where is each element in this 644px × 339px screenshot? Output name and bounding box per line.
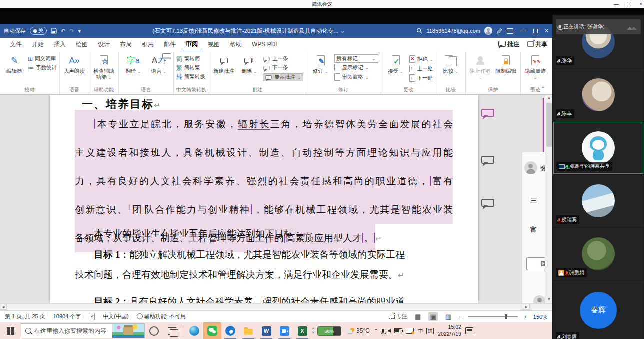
comment-balloon-icon[interactable] bbox=[481, 156, 494, 164]
tab-references[interactable]: 引用 bbox=[137, 38, 159, 51]
word-close-icon[interactable]: × bbox=[545, 27, 548, 34]
editor-button[interactable]: ✎编辑器 bbox=[2, 53, 26, 74]
web-layout-icon[interactable]: ▥ bbox=[444, 312, 453, 321]
word-restore-icon[interactable] bbox=[533, 29, 538, 33]
tab-layout[interactable]: 布局 bbox=[115, 38, 137, 51]
tab-insert[interactable]: 插入 bbox=[49, 38, 71, 51]
cortana-button[interactable] bbox=[145, 322, 163, 339]
accessibility-status[interactable]: 辅助功能: 不可用 bbox=[137, 313, 186, 320]
read-mode-icon[interactable]: ▤ bbox=[413, 312, 422, 321]
speaker-icon[interactable] bbox=[388, 329, 391, 333]
participant-tile[interactable]: 张鹏娟 bbox=[553, 228, 643, 280]
compare-button[interactable]: 比较 bbox=[439, 53, 463, 74]
battery-widget[interactable]: 68% bbox=[317, 326, 341, 336]
tab-review[interactable]: 审阅 bbox=[181, 37, 203, 52]
print-layout-icon[interactable]: ▣ bbox=[428, 312, 437, 321]
word-app-button[interactable]: W bbox=[257, 322, 275, 339]
keyboard-icon[interactable] bbox=[162, 53, 171, 59]
battery-tray-icon[interactable] bbox=[394, 328, 402, 333]
markup-select[interactable]: 所有标记 bbox=[334, 54, 378, 63]
zoom-slider[interactable] bbox=[468, 316, 518, 317]
scroll-down-icon[interactable]: ˅ bbox=[312, 331, 314, 335]
scroll-left-icon[interactable]: ◄ bbox=[0, 304, 7, 310]
previous-change-button[interactable]: ↑上一处 bbox=[409, 65, 434, 72]
tray-expand-icon[interactable]: ⌃ bbox=[374, 328, 378, 334]
scroll-up-icon[interactable]: ▲ bbox=[545, 95, 552, 102]
undo-icon[interactable]: ↶ bbox=[61, 28, 65, 34]
participant-tile-sharing[interactable]: 张谢华的屏幕共享 bbox=[553, 122, 643, 174]
document-page[interactable]: 一、培养目标↵ 本专业立足皖北，服务安徽，辐射长三角，培养德智体美劳全面发展的社… bbox=[50, 95, 478, 303]
page-indicator[interactable]: 第 1 页, 共 25 页 bbox=[5, 313, 45, 320]
new-comment-button[interactable]: 新建批注 bbox=[212, 53, 236, 74]
restore-icon[interactable] bbox=[627, 2, 631, 6]
taskbar-search[interactable]: 在这里输入你要搜索的内容 bbox=[21, 323, 145, 338]
zoom-level[interactable]: 150% bbox=[533, 314, 547, 320]
notification-center-icon[interactable] bbox=[465, 327, 473, 334]
search-icon[interactable] bbox=[416, 28, 422, 34]
tab-home[interactable]: 开始 bbox=[27, 38, 49, 51]
reviewing-pane-button[interactable]: 审阅窗格 bbox=[334, 73, 378, 81]
ribbon-options-icon[interactable] bbox=[507, 28, 513, 34]
participant-tile[interactable]: 春辉 刘春辉 bbox=[553, 281, 643, 339]
task-view-button[interactable] bbox=[163, 322, 181, 339]
track-changes-button[interactable]: ✎修订 bbox=[309, 53, 333, 74]
accept-button[interactable]: ✓接受 bbox=[384, 53, 408, 74]
weather-widget[interactable]: 35°C bbox=[346, 327, 370, 334]
previous-comment-button[interactable]: 上一条 bbox=[263, 55, 303, 62]
word-minimize-icon[interactable]: — bbox=[520, 27, 526, 34]
pinyin-indicator[interactable]: 拼 bbox=[426, 328, 434, 334]
spellcheck-icon[interactable]: ✓ bbox=[89, 313, 95, 320]
hide-ink-button[interactable]: ∿∿隐藏墨迹 bbox=[523, 53, 547, 80]
scroll-down-icon[interactable]: ▼ bbox=[545, 296, 552, 303]
next-change-button[interactable]: ↓下一处 bbox=[409, 74, 434, 82]
wechat-button[interactable] bbox=[203, 322, 221, 339]
tab-help[interactable]: 帮助 bbox=[225, 38, 247, 51]
excel-app-button[interactable]: X bbox=[293, 322, 311, 339]
browser-button[interactable] bbox=[221, 322, 239, 339]
tab-draw[interactable]: 绘图 bbox=[71, 38, 93, 51]
delete-comment-button[interactable]: ✕删除 bbox=[237, 53, 261, 74]
scroll-right-icon[interactable]: ► bbox=[523, 304, 530, 310]
next-comment-button[interactable]: 下一条 bbox=[263, 64, 303, 71]
word-count-button[interactable]: ≔字数统计 bbox=[28, 64, 57, 71]
taskbar-scroll-arrows[interactable]: ˄˅ bbox=[312, 327, 314, 334]
participant-tile[interactable]: 侯瑞宾 bbox=[553, 175, 643, 227]
comments-button[interactable]: 批注 bbox=[498, 40, 519, 49]
document-title[interactable]: (石文可7.13反馈)张新民修改与批注-2021版-机械设计制造及其自动化专..… bbox=[85, 27, 412, 35]
pen-icon[interactable] bbox=[496, 28, 503, 34]
read-aloud-button[interactable]: A»大声朗读 bbox=[62, 53, 86, 74]
translate-button[interactable]: 字a翻译 bbox=[121, 53, 145, 74]
share-button[interactable]: 共享 bbox=[527, 40, 547, 49]
show-comments-button[interactable]: 显示批注 bbox=[263, 73, 303, 81]
scroll-up-icon[interactable]: ˄ bbox=[312, 327, 314, 331]
reject-button[interactable]: ✕拒绝 bbox=[409, 55, 434, 63]
search-decoration-image[interactable] bbox=[112, 324, 144, 338]
comment-balloon-icon[interactable] bbox=[481, 109, 494, 117]
check-accessibility-button[interactable]: ☆检查辅助功能 bbox=[92, 53, 116, 80]
language-indicator[interactable]: 中文(中国) bbox=[103, 313, 128, 320]
zoom-in-icon[interactable]: + bbox=[524, 314, 527, 320]
tab-file[interactable]: 文件 bbox=[5, 38, 27, 51]
save-icon[interactable] bbox=[51, 28, 57, 34]
tab-view[interactable]: 视图 bbox=[203, 38, 225, 51]
close-icon[interactable]: × bbox=[639, 1, 642, 7]
thesaurus-button[interactable]: ⊞同义词库 bbox=[28, 55, 57, 62]
taskbar-clock[interactable]: 15:022022/7/19 bbox=[438, 324, 461, 337]
microphone-tray-icon[interactable] bbox=[382, 329, 384, 333]
autosave-toggle[interactable]: 关 bbox=[30, 27, 47, 35]
convert-button[interactable]: 转简繁转换 bbox=[176, 73, 205, 80]
show-markup-button[interactable]: 显示标记 bbox=[334, 64, 378, 71]
collapse-ribbon-icon[interactable]: ⌃ bbox=[541, 86, 545, 91]
trad-to-simp-button[interactable]: 简繁转简 bbox=[176, 55, 205, 62]
tencent-meeting-button[interactable] bbox=[275, 322, 293, 339]
simp-to-trad-button[interactable]: 繁简转繁 bbox=[176, 64, 205, 71]
start-button[interactable] bbox=[0, 322, 21, 339]
tab-wps-pdf[interactable]: WPS PDF bbox=[247, 38, 284, 51]
ime-mode-indicator[interactable]: 中 bbox=[417, 327, 423, 335]
file-explorer-button[interactable] bbox=[239, 322, 257, 339]
minimize-icon[interactable]: — bbox=[614, 1, 619, 7]
word-count-indicator[interactable]: 10904 个字 bbox=[53, 313, 81, 320]
account-avatar[interactable] bbox=[484, 27, 492, 35]
tab-design[interactable]: 设计 bbox=[93, 38, 115, 51]
tab-mailings[interactable]: 邮件 bbox=[159, 38, 181, 51]
